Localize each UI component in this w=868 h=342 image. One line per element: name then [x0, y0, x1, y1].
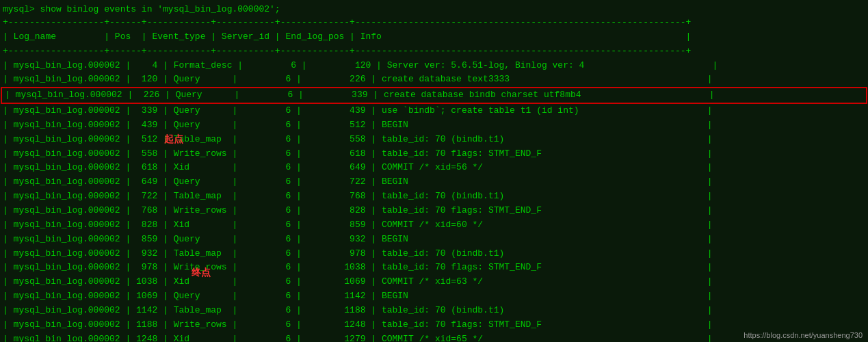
table-row: | mysql_bin_log.000002 | 618 | Xid | 6 |… — [0, 161, 868, 175]
table-rows: | mysql_bin_log.000002 | 4 | Format_desc… — [0, 59, 868, 342]
row-line: | mysql_bin_log.000002 | 1142 | Table_ma… — [0, 304, 868, 318]
row-line: | mysql_bin_log.000002 | 1188 | Write_ro… — [0, 318, 868, 332]
table-row: | mysql_bin_log.000002 | 558 | Write_row… — [0, 147, 868, 161]
row-line: | mysql_bin_log.000002 | 932 | Table_map… — [0, 247, 868, 261]
row-line: | mysql_bin_log.000002 | 978 | Write_row… — [0, 261, 868, 275]
row-line: | mysql_bin_log.000002 | 120 | Query | 6… — [0, 73, 868, 87]
table-row: | mysql_bin_log.000002 | 339 | Query | 6… — [0, 104, 868, 118]
table-row: | mysql_bin_log.000002 | 1142 | Table_ma… — [0, 304, 868, 318]
separator-mid: +------------------+------+------------+… — [0, 44, 868, 59]
row-line: | mysql_bin_log.000002 | 618 | Xid | 6 |… — [0, 161, 868, 175]
row-line: | mysql_bin_log.000002 | 4 | Format_desc… — [0, 59, 868, 73]
terminal: mysql> show binlog events in 'mysql_bin_… — [0, 0, 868, 342]
watermark: https://blog.csdn.net/yuansheng730 — [744, 331, 863, 339]
table-row: | mysql_bin_log.000002 | 120 | Query | 6… — [0, 73, 868, 87]
row-line: | mysql_bin_log.000002 | 1248 | Xid | 6 … — [0, 332, 868, 342]
table-row: | mysql_bin_log.000002 | 1069 | Query | … — [0, 289, 868, 304]
table-row: | mysql_bin_log.000002 | 1248 | Xid | 6 … — [0, 332, 868, 342]
row-line: | mysql_bin_log.000002 | 722 | Table_map… — [0, 189, 868, 204]
table-row: | mysql_bin_log.000002 | 226 | Query | 6… — [1, 87, 867, 104]
row-line: | mysql_bin_log.000002 | 439 | Query | 6… — [0, 118, 868, 133]
row-line: | mysql_bin_log.000002 | 859 | Query | 6… — [0, 233, 868, 247]
table-row: | mysql_bin_log.000002 | 439 | Query | 6… — [0, 118, 868, 133]
row-line: | mysql_bin_log.000002 | 1038 | Xid | 6 … — [0, 275, 868, 289]
row-line: | mysql_bin_log.000002 | 649 | Query | 6… — [0, 175, 868, 189]
row-line: | mysql_bin_log.000002 | 558 | Write_row… — [0, 147, 868, 161]
table-wrapper: +------------------+------+------------+… — [0, 16, 868, 342]
row-line: | mysql_bin_log.000002 | 828 | Xid | 6 |… — [0, 218, 868, 233]
table-row: | mysql_bin_log.000002 | 932 | Table_map… — [0, 247, 868, 261]
table-row: | mysql_bin_log.000002 | 722 | Table_map… — [0, 189, 868, 204]
row-line: | mysql_bin_log.000002 | 1069 | Query | … — [0, 289, 868, 304]
table-row: | mysql_bin_log.000002 | 649 | Query | 6… — [0, 175, 868, 189]
row-line: | mysql_bin_log.000002 | 768 | Write_row… — [0, 204, 868, 218]
table-row: | mysql_bin_log.000002 | 512 | Table_map… — [0, 133, 868, 147]
table-row: | mysql_bin_log.000002 | 859 | Query | 6… — [0, 233, 868, 247]
separator-top: +------------------+------+------------+… — [0, 16, 868, 30]
row-line: | mysql_bin_log.000002 | 512 | Table_map… — [0, 133, 868, 147]
row-line: | mysql_bin_log.000002 | 226 | Query | 6… — [2, 88, 866, 103]
command-line: mysql> show binlog events in 'mysql_bin_… — [0, 3, 868, 16]
row-line: | mysql_bin_log.000002 | 339 | Query | 6… — [0, 104, 868, 118]
table-row: | mysql_bin_log.000002 | 4 | Format_desc… — [0, 59, 868, 73]
table-row: | mysql_bin_log.000002 | 1188 | Write_ro… — [0, 318, 868, 332]
table-row: | mysql_bin_log.000002 | 1038 | Xid | 6 … — [0, 275, 868, 289]
table-row: | mysql_bin_log.000002 | 828 | Xid | 6 |… — [0, 218, 868, 233]
table-header: | Log_name | Pos | Event_type | Server_i… — [0, 30, 868, 44]
table-row: | mysql_bin_log.000002 | 768 | Write_row… — [0, 204, 868, 218]
table-row: | mysql_bin_log.000002 | 978 | Write_row… — [0, 261, 868, 275]
